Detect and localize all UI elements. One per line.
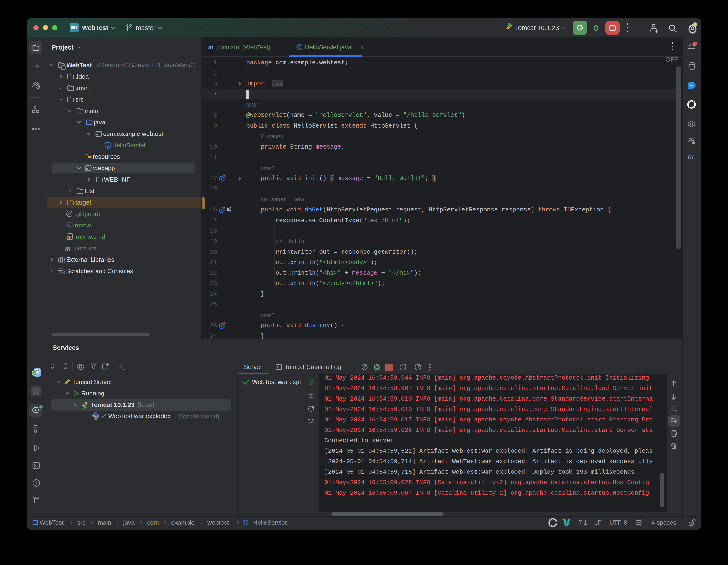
svg-text:C: C <box>106 143 109 148</box>
svg-text:C: C <box>298 45 301 50</box>
svg-text:?: ? <box>37 85 39 89</box>
svg-text:C: C <box>244 521 247 525</box>
